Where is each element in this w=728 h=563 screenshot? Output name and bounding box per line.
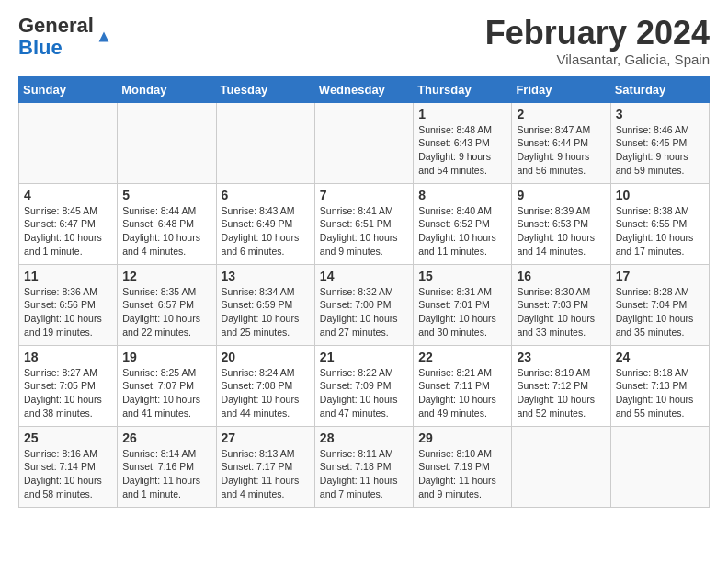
day-info: Sunrise: 8:35 AM Sunset: 6:57 PM Dayligh… bbox=[122, 285, 210, 339]
day-info: Sunrise: 8:16 AM Sunset: 7:14 PM Dayligh… bbox=[24, 447, 112, 501]
weekday-header: Tuesday bbox=[216, 76, 314, 102]
calendar-cell: 18Sunrise: 8:27 AM Sunset: 7:05 PM Dayli… bbox=[19, 345, 118, 426]
calendar-cell: 27Sunrise: 8:13 AM Sunset: 7:17 PM Dayli… bbox=[216, 426, 314, 507]
day-info: Sunrise: 8:48 AM Sunset: 6:43 PM Dayligh… bbox=[418, 123, 506, 178]
calendar-cell: 8Sunrise: 8:40 AM Sunset: 6:52 PM Daylig… bbox=[414, 183, 512, 264]
calendar-cell: 2Sunrise: 8:47 AM Sunset: 6:44 PM Daylig… bbox=[512, 102, 610, 183]
day-number: 12 bbox=[122, 269, 210, 283]
day-info: Sunrise: 8:31 AM Sunset: 7:01 PM Dayligh… bbox=[418, 285, 506, 339]
day-info: Sunrise: 8:22 AM Sunset: 7:09 PM Dayligh… bbox=[320, 366, 408, 420]
day-number: 9 bbox=[517, 188, 605, 202]
calendar-cell: 12Sunrise: 8:35 AM Sunset: 6:57 PM Dayli… bbox=[118, 264, 216, 345]
title-block: February 2024 Vilasantar, Galicia, Spain bbox=[485, 15, 710, 67]
logo-general: General bbox=[18, 14, 94, 37]
weekday-header: Sunday bbox=[19, 76, 118, 102]
calendar-cell: 28Sunrise: 8:11 AM Sunset: 7:18 PM Dayli… bbox=[314, 426, 413, 507]
day-number: 26 bbox=[122, 431, 210, 445]
day-info: Sunrise: 8:11 AM Sunset: 7:18 PM Dayligh… bbox=[320, 447, 408, 501]
weekday-header: Friday bbox=[512, 76, 610, 102]
day-number: 28 bbox=[320, 431, 408, 445]
calendar-cell: 29Sunrise: 8:10 AM Sunset: 7:19 PM Dayli… bbox=[414, 426, 512, 507]
day-info: Sunrise: 8:47 AM Sunset: 6:44 PM Dayligh… bbox=[517, 123, 605, 178]
day-number: 10 bbox=[616, 188, 704, 202]
day-number: 4 bbox=[24, 188, 112, 202]
calendar-subtitle: Vilasantar, Galicia, Spain bbox=[485, 52, 710, 67]
day-number: 17 bbox=[616, 269, 704, 283]
day-number: 21 bbox=[320, 350, 408, 364]
weekday-header: Wednesday bbox=[314, 76, 413, 102]
calendar-cell: 4Sunrise: 8:45 AM Sunset: 6:47 PM Daylig… bbox=[19, 183, 118, 264]
calendar-cell: 14Sunrise: 8:32 AM Sunset: 7:00 PM Dayli… bbox=[314, 264, 413, 345]
day-info: Sunrise: 8:34 AM Sunset: 6:59 PM Dayligh… bbox=[222, 285, 310, 339]
day-number: 24 bbox=[616, 350, 704, 364]
calendar-cell bbox=[512, 426, 610, 507]
day-info: Sunrise: 8:36 AM Sunset: 6:56 PM Dayligh… bbox=[24, 285, 112, 339]
calendar-cell: 23Sunrise: 8:19 AM Sunset: 7:12 PM Dayli… bbox=[512, 345, 610, 426]
calendar-title: February 2024 bbox=[485, 15, 710, 52]
svg-marker-0 bbox=[99, 32, 109, 42]
calendar-cell: 10Sunrise: 8:38 AM Sunset: 6:55 PM Dayli… bbox=[610, 183, 709, 264]
calendar-cell: 25Sunrise: 8:16 AM Sunset: 7:14 PM Dayli… bbox=[19, 426, 118, 507]
day-number: 23 bbox=[517, 350, 605, 364]
day-number: 29 bbox=[418, 431, 506, 445]
weekday-header: Thursday bbox=[414, 76, 512, 102]
calendar-cell bbox=[314, 102, 413, 183]
day-info: Sunrise: 8:21 AM Sunset: 7:11 PM Dayligh… bbox=[418, 366, 506, 420]
day-number: 18 bbox=[24, 350, 112, 364]
day-number: 6 bbox=[222, 188, 310, 202]
calendar-cell: 3Sunrise: 8:46 AM Sunset: 6:45 PM Daylig… bbox=[610, 102, 709, 183]
day-info: Sunrise: 8:41 AM Sunset: 6:51 PM Dayligh… bbox=[320, 204, 408, 259]
calendar-cell: 5Sunrise: 8:44 AM Sunset: 6:48 PM Daylig… bbox=[118, 183, 216, 264]
header-row: SundayMondayTuesdayWednesdayThursdayFrid… bbox=[19, 76, 710, 102]
day-info: Sunrise: 8:46 AM Sunset: 6:45 PM Dayligh… bbox=[616, 123, 704, 178]
calendar-week-row: 18Sunrise: 8:27 AM Sunset: 7:05 PM Dayli… bbox=[19, 345, 710, 426]
logo-blue: Blue bbox=[18, 36, 63, 59]
calendar-cell bbox=[19, 102, 118, 183]
calendar-week-row: 1Sunrise: 8:48 AM Sunset: 6:43 PM Daylig… bbox=[19, 102, 710, 183]
weekday-header: Monday bbox=[118, 76, 216, 102]
calendar-page: General Blue February 2024 Vilasantar, G… bbox=[0, 0, 728, 523]
calendar-cell: 22Sunrise: 8:21 AM Sunset: 7:11 PM Dayli… bbox=[414, 345, 512, 426]
calendar-cell: 20Sunrise: 8:24 AM Sunset: 7:08 PM Dayli… bbox=[216, 345, 314, 426]
calendar-cell: 19Sunrise: 8:25 AM Sunset: 7:07 PM Dayli… bbox=[118, 345, 216, 426]
day-info: Sunrise: 8:24 AM Sunset: 7:08 PM Dayligh… bbox=[222, 366, 310, 420]
calendar-cell: 17Sunrise: 8:28 AM Sunset: 7:04 PM Dayli… bbox=[610, 264, 709, 345]
day-number: 2 bbox=[517, 107, 605, 121]
day-info: Sunrise: 8:40 AM Sunset: 6:52 PM Dayligh… bbox=[418, 204, 506, 259]
day-info: Sunrise: 8:28 AM Sunset: 7:04 PM Dayligh… bbox=[616, 285, 704, 339]
day-info: Sunrise: 8:30 AM Sunset: 7:03 PM Dayligh… bbox=[517, 285, 605, 339]
day-number: 16 bbox=[517, 269, 605, 283]
calendar-week-row: 25Sunrise: 8:16 AM Sunset: 7:14 PM Dayli… bbox=[19, 426, 710, 507]
calendar-cell: 7Sunrise: 8:41 AM Sunset: 6:51 PM Daylig… bbox=[314, 183, 413, 264]
calendar-cell: 24Sunrise: 8:18 AM Sunset: 7:13 PM Dayli… bbox=[610, 345, 709, 426]
calendar-cell: 21Sunrise: 8:22 AM Sunset: 7:09 PM Dayli… bbox=[314, 345, 413, 426]
day-info: Sunrise: 8:27 AM Sunset: 7:05 PM Dayligh… bbox=[24, 366, 112, 420]
day-info: Sunrise: 8:18 AM Sunset: 7:13 PM Dayligh… bbox=[616, 366, 704, 420]
day-number: 19 bbox=[122, 350, 210, 364]
day-info: Sunrise: 8:44 AM Sunset: 6:48 PM Dayligh… bbox=[122, 204, 210, 259]
day-number: 1 bbox=[418, 107, 506, 121]
day-number: 14 bbox=[320, 269, 408, 283]
day-number: 15 bbox=[418, 269, 506, 283]
day-info: Sunrise: 8:10 AM Sunset: 7:19 PM Dayligh… bbox=[418, 447, 506, 501]
day-number: 20 bbox=[222, 350, 310, 364]
day-info: Sunrise: 8:39 AM Sunset: 6:53 PM Dayligh… bbox=[517, 204, 605, 259]
calendar-cell: 15Sunrise: 8:31 AM Sunset: 7:01 PM Dayli… bbox=[414, 264, 512, 345]
day-number: 22 bbox=[418, 350, 506, 364]
calendar-cell: 16Sunrise: 8:30 AM Sunset: 7:03 PM Dayli… bbox=[512, 264, 610, 345]
calendar-table: SundayMondayTuesdayWednesdayThursdayFrid… bbox=[18, 76, 710, 508]
page-header: General Blue February 2024 Vilasantar, G… bbox=[18, 15, 710, 67]
day-info: Sunrise: 8:43 AM Sunset: 6:49 PM Dayligh… bbox=[222, 204, 310, 259]
day-number: 11 bbox=[24, 269, 112, 283]
logo: General Blue bbox=[18, 15, 112, 59]
day-info: Sunrise: 8:32 AM Sunset: 7:00 PM Dayligh… bbox=[320, 285, 408, 339]
day-number: 3 bbox=[616, 107, 704, 121]
day-info: Sunrise: 8:14 AM Sunset: 7:16 PM Dayligh… bbox=[122, 447, 210, 501]
logo-text: General Blue bbox=[18, 15, 94, 59]
calendar-cell bbox=[216, 102, 314, 183]
day-number: 7 bbox=[320, 188, 408, 202]
day-info: Sunrise: 8:25 AM Sunset: 7:07 PM Dayligh… bbox=[122, 366, 210, 420]
day-number: 13 bbox=[222, 269, 310, 283]
logo-icon bbox=[96, 29, 112, 45]
day-info: Sunrise: 8:45 AM Sunset: 6:47 PM Dayligh… bbox=[24, 204, 112, 259]
